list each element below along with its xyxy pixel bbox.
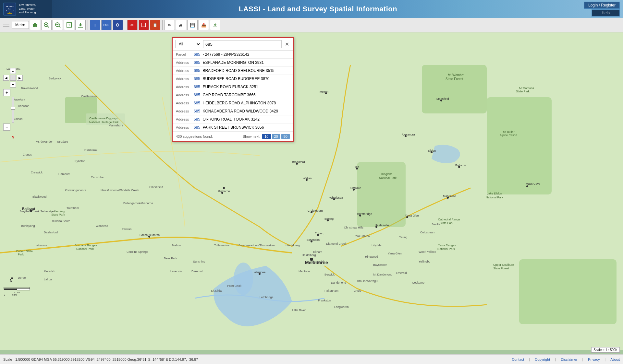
export-button[interactable]: [210, 20, 220, 30]
result-type: Address: [176, 61, 194, 65]
result-content[interactable]: 685 EURACK ROAD EURACK 3251: [194, 85, 258, 89]
share-button[interactable]: 📤: [199, 20, 209, 30]
result-content[interactable]: 685 BRADFORD ROAD SHELBOURNE 3515: [194, 68, 275, 73]
svg-text:State Park: State Park: [440, 221, 454, 225]
svg-text:Sk.Kilda: Sk.Kilda: [211, 289, 222, 292]
markup-button[interactable]: 📋: [150, 20, 160, 30]
result-number: 685: [194, 52, 200, 57]
pagination-50-button[interactable]: 50: [281, 134, 290, 139]
svg-text:Werribee: Werribee: [254, 271, 265, 274]
disclaimer-link[interactable]: Disclaimer: [561, 358, 577, 361]
result-content[interactable]: 685 PARK STREET BRUNSWICK 3056: [194, 125, 264, 130]
draw-button-1[interactable]: ✏: [127, 20, 138, 30]
about-link[interactable]: About: [610, 358, 620, 361]
svg-text:National Park: National Park: [379, 176, 397, 180]
svg-text:Yarra Ranges: Yarra Ranges: [438, 244, 456, 247]
zoom-out-button[interactable]: [53, 20, 63, 30]
svg-text:State Forest: State Forest: [493, 267, 509, 270]
search-result-row[interactable]: Address 685 BUDGEREE ROAD BUDGEREE 3870: [173, 75, 293, 83]
results-count: 430 suggestions found.: [176, 135, 213, 138]
result-description: BUDGEREE ROAD BUDGEREE 3870: [202, 76, 269, 81]
svg-text:Kinglake: Kinglake: [350, 186, 361, 190]
result-number: 685: [194, 93, 200, 97]
zoom-slider-thumb[interactable]: [11, 107, 15, 110]
toolbar: Metro i PDF ⚙ ✏ 📋 ✏ 🖨 💾 📤: [0, 18, 623, 32]
search-result-row[interactable]: Address 685 ORRONG ROAD TOORAK 3142: [173, 115, 293, 123]
svg-text:Upper Goulburn: Upper Goulburn: [493, 263, 514, 266]
pan-down-button[interactable]: ▼: [10, 82, 16, 88]
search-close-button[interactable]: ✕: [284, 41, 290, 48]
menu-button[interactable]: [2, 20, 11, 30]
svg-text:Alexandra: Alexandra: [402, 133, 415, 136]
svg-rect-21: [357, 162, 406, 227]
pagination-20-button[interactable]: 20: [272, 134, 280, 139]
download-button[interactable]: [75, 20, 86, 30]
pan-up-button[interactable]: ▲: [10, 68, 16, 74]
svg-text:Melton: Melton: [172, 244, 181, 247]
zoom-out-map-button[interactable]: −: [3, 123, 10, 131]
search-result-row[interactable]: Address 685 GAP ROAD TARCOMBE 3666: [173, 91, 293, 99]
pan-right-button[interactable]: ▶: [17, 75, 23, 81]
draw-button-2[interactable]: [139, 20, 149, 30]
search-result-row[interactable]: Address 685 ESPLANADE MORNINGTON 3931: [173, 59, 293, 67]
victoria-logo: VICTORIA State Government: [3, 3, 16, 16]
search-result-row[interactable]: Parcel 685 - 2477569 - 284\PS326142: [173, 51, 293, 59]
search-result-row[interactable]: Address 685 EURACK ROAD EURACK 3251: [173, 83, 293, 91]
svg-text:State Park: State Park: [516, 90, 530, 93]
edit-button[interactable]: ✏: [165, 20, 175, 30]
result-number: 685: [194, 68, 200, 73]
result-content[interactable]: 685 KONAGADERRA ROAD WILDWOOD 3429: [194, 109, 278, 113]
search-panel: All Parcel Address Property Locality ✕ P…: [172, 37, 294, 142]
pan-center-button[interactable]: +: [10, 75, 16, 81]
svg-text:Taradale: Taradale: [57, 140, 68, 143]
login-register-button[interactable]: Login / Register: [584, 2, 620, 9]
settings-button[interactable]: ⚙: [113, 20, 123, 30]
home-button[interactable]: [30, 20, 40, 30]
svg-text:Daylesford: Daylesford: [44, 231, 58, 234]
map[interactable]: Castlemaine Diggings National Heritage P…: [0, 32, 623, 350]
print-button[interactable]: 🖨: [176, 20, 186, 30]
search-result-row[interactable]: Address 685 KONAGADERRA ROAD WILDWOOD 34…: [173, 107, 293, 115]
svg-text:Government: Government: [6, 10, 14, 12]
pagination-10-button[interactable]: 10: [262, 134, 271, 139]
zoom-extent-button[interactable]: [64, 20, 74, 30]
contact-link[interactable]: Contact: [512, 358, 524, 361]
svg-point-46: [526, 185, 528, 187]
search-result-row[interactable]: Address 685 PARK STREET BRUNSWICK 3056: [173, 123, 293, 132]
result-content[interactable]: 685 ESPLANADE MORNINGTON 3931: [194, 60, 264, 65]
result-number: 685: [194, 85, 200, 89]
metro-button[interactable]: Metro: [12, 21, 29, 29]
svg-text:Emerald: Emerald: [396, 271, 407, 275]
zoom-in-button[interactable]: [41, 20, 52, 30]
pdf-button[interactable]: PDF: [101, 20, 112, 30]
svg-text:Enfield State: Enfield State: [16, 250, 33, 253]
result-content[interactable]: 685 - 2477569 - 284\PS326142: [194, 52, 250, 57]
search-type-dropdown[interactable]: All Parcel Address Property Locality: [175, 40, 201, 48]
info-button[interactable]: i: [90, 20, 100, 30]
search-result-row[interactable]: Address 685 BRADFORD ROAD SHELBOURNE 351…: [173, 67, 293, 75]
result-description: GAP ROAD TARCOMBE 3666: [202, 93, 255, 97]
save-button[interactable]: 💾: [187, 20, 198, 30]
search-input[interactable]: [203, 40, 282, 48]
svg-text:Dandenong: Dandenong: [331, 281, 346, 284]
result-type: Address: [176, 77, 194, 81]
help-button[interactable]: Help: [592, 9, 620, 17]
privacy-link[interactable]: Privacy: [588, 358, 600, 361]
svg-text:Alpine Resort: Alpine Resort: [500, 134, 518, 137]
zoom-in-map-button[interactable]: +: [3, 89, 10, 96]
zoom-slider[interactable]: [12, 97, 14, 123]
result-content[interactable]: 685 HEIDELBERG ROAD ALPHINGTON 3078: [194, 101, 276, 105]
result-content[interactable]: 685 BUDGEREE ROAD BUDGEREE 3870: [194, 76, 269, 81]
svg-text:Kinglake: Kinglake: [381, 172, 393, 176]
result-number: 685: [194, 117, 200, 122]
copyright-link[interactable]: Copyright: [535, 358, 550, 361]
result-description: ORRONG ROAD TOORAK 3142: [202, 117, 260, 122]
svg-text:Bayswater: Bayswater: [373, 263, 387, 266]
result-type: Address: [176, 125, 194, 129]
pan-left-button[interactable]: ◀: [3, 75, 9, 81]
svg-text:Bacchus Marsh: Bacchus Marsh: [140, 233, 160, 237]
result-content[interactable]: 685 GAP ROAD TARCOMBE 3666: [194, 93, 256, 97]
search-result-row[interactable]: Address 685 HEIDELBERG ROAD ALPHINGTON 3…: [173, 99, 293, 107]
search-header: All Parcel Address Property Locality ✕: [173, 38, 293, 51]
result-content[interactable]: 685 ORRONG ROAD TOORAK 3142: [194, 117, 260, 122]
